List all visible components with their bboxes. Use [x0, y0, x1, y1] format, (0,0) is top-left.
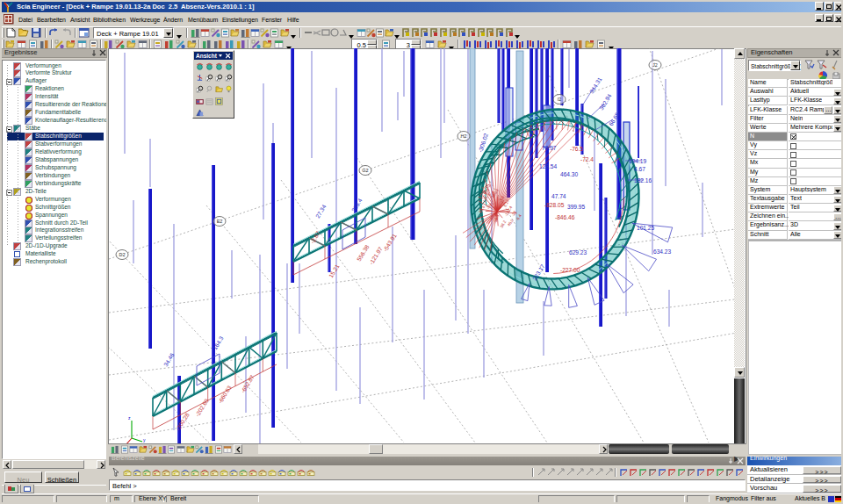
svg-text:399.95: 399.95 — [567, 204, 586, 210]
svg-text:z: z — [128, 415, 131, 421]
svg-text:-72.4: -72.4 — [580, 156, 594, 162]
svg-text:E2: E2 — [217, 219, 223, 224]
svg-text:182.16: 182.16 — [634, 177, 652, 184]
svg-text:194.19: 194.19 — [629, 158, 647, 164]
svg-text:-121.97: -121.97 — [368, 246, 384, 266]
svg-text:J2: J2 — [652, 62, 658, 68]
svg-text:I2: I2 — [558, 97, 562, 102]
svg-text:45.0: 45.0 — [507, 218, 515, 227]
svg-text:123.54: 123.54 — [539, 163, 558, 169]
svg-text:362.94: 362.94 — [598, 92, 613, 111]
svg-text:464.30: 464.30 — [560, 171, 579, 177]
svg-text:-846.46: -846.46 — [555, 214, 575, 220]
svg-text:556.38: 556.38 — [356, 243, 371, 262]
svg-text:-76.5: -76.5 — [570, 146, 583, 152]
svg-text:629.23: 629.23 — [569, 249, 587, 256]
svg-text:27.34: 27.34 — [314, 204, 328, 220]
svg-text:G2: G2 — [362, 168, 368, 173]
svg-text:101.25: 101.25 — [637, 225, 655, 231]
svg-text:H2: H2 — [460, 133, 466, 139]
svg-text:-227.00: -227.00 — [560, 267, 580, 273]
svg-text:320: 320 — [486, 202, 494, 210]
svg-text:-200.28: -200.28 — [175, 412, 191, 432]
svg-text:73.97: 73.97 — [542, 145, 557, 151]
svg-text:D2: D2 — [119, 252, 125, 257]
svg-text:344.31: 344.31 — [588, 76, 603, 94]
svg-text:47.74: 47.74 — [551, 193, 566, 199]
svg-text:y: y — [143, 437, 146, 443]
svg-text:4.67: 4.67 — [634, 166, 645, 172]
svg-text:-543.91: -543.91 — [382, 233, 398, 253]
svg-text:-202.60: -202.60 — [194, 398, 210, 418]
svg-text:-828.05: -828.05 — [544, 202, 565, 208]
svg-text:634.23: 634.23 — [653, 248, 672, 255]
svg-text:-652.87: -652.87 — [240, 374, 256, 394]
